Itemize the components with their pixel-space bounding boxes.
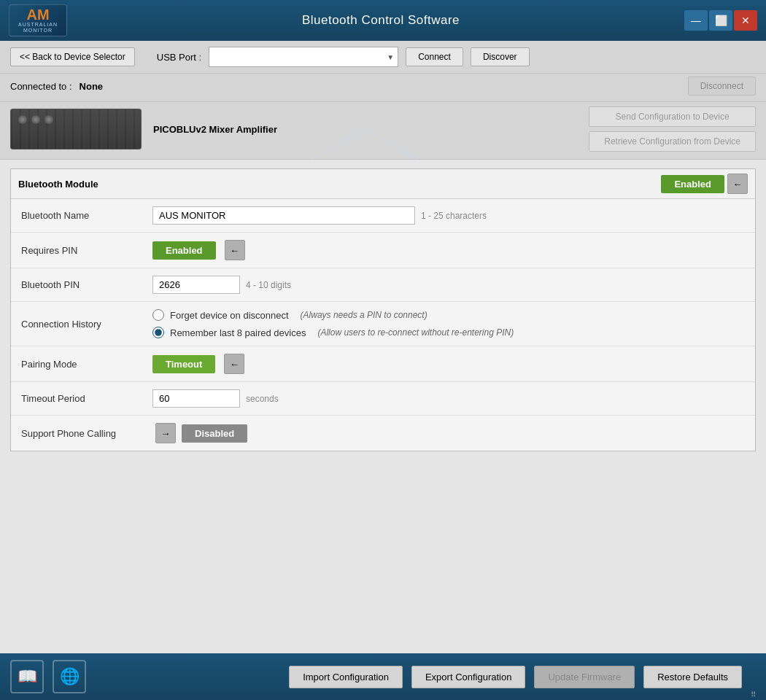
manual-icon[interactable]: 📖 bbox=[10, 660, 44, 693]
bluetooth-module-title: Bluetooth Module bbox=[18, 179, 661, 190]
bluetooth-name-row: Bluetooth Name 1 - 25 characters bbox=[11, 199, 755, 233]
connected-row: Connected to : None Disconnect bbox=[0, 74, 766, 102]
send-config-button[interactable]: Send Configuration to Device bbox=[589, 106, 756, 127]
usb-port-label: USB Port : bbox=[157, 52, 201, 63]
requires-pin-arrow-button[interactable]: ← bbox=[225, 240, 245, 260]
pairing-mode-controls: Timeout ← bbox=[152, 354, 745, 374]
support-phone-calling-controls: → Disabled bbox=[152, 423, 745, 443]
timeout-period-input[interactable] bbox=[152, 389, 240, 408]
connection-history-option1-label: Forget device on disconnect bbox=[170, 310, 289, 321]
bluetooth-pin-label: Bluetooth PIN bbox=[21, 279, 152, 290]
resize-grip: ⠿ bbox=[751, 691, 756, 700]
toolbar: << Back to Device Selector USB Port : Co… bbox=[0, 41, 766, 74]
export-config-button[interactable]: Export Configuration bbox=[411, 666, 526, 688]
timeout-period-controls: seconds bbox=[152, 389, 745, 408]
requires-pin-row: Requires PIN Enabled ← bbox=[11, 233, 755, 268]
maximize-button[interactable]: ⬜ bbox=[709, 10, 732, 31]
pairing-mode-row: Pairing Mode Timeout ← bbox=[11, 346, 755, 382]
connection-history-option1-hint: (Always needs a PIN to connect) bbox=[301, 310, 428, 320]
pairing-mode-timeout-button[interactable]: Timeout bbox=[152, 355, 215, 373]
support-phone-calling-row: Support Phone Calling → Disabled bbox=[11, 416, 755, 451]
send-retrieve-buttons: Send Configuration to Device Retrieve Co… bbox=[589, 106, 756, 152]
bluetooth-module-section: Bluetooth Module Enabled ← Bluetooth Nam… bbox=[10, 168, 756, 451]
bluetooth-module-header: Bluetooth Module Enabled ← bbox=[11, 169, 755, 199]
support-phone-calling-button[interactable]: Disabled bbox=[182, 424, 247, 443]
bluetooth-name-controls: 1 - 25 characters bbox=[152, 206, 745, 225]
main-area: << Back to Device Selector USB Port : Co… bbox=[0, 41, 766, 653]
discover-button[interactable]: Discover bbox=[471, 47, 530, 66]
title-bar: AM AUSTRALIANMONITOR Bluetooth Control S… bbox=[0, 0, 766, 41]
footer: 📖 🌐 Import Configuration Export Configur… bbox=[0, 653, 766, 700]
window-controls: — ⬜ ✕ bbox=[684, 10, 757, 31]
requires-pin-button[interactable]: Enabled bbox=[152, 241, 216, 260]
pairing-mode-label: Pairing Mode bbox=[21, 359, 152, 370]
connected-to-value: None bbox=[80, 81, 104, 92]
usb-port-selector-wrapper bbox=[209, 47, 398, 67]
device-section: PICOBLUv2 Mixer Amplifier Send Configura… bbox=[0, 102, 766, 160]
bluetooth-module-arrow-button[interactable]: ← bbox=[727, 174, 748, 194]
bluetooth-name-hint: 1 - 25 characters bbox=[421, 211, 487, 221]
timeout-period-label: Timeout Period bbox=[21, 393, 152, 404]
bluetooth-name-label: Bluetooth Name bbox=[21, 210, 152, 221]
retrieve-config-button[interactable]: Retrieve Configuration from Device bbox=[589, 131, 756, 152]
usb-port-select[interactable] bbox=[209, 47, 398, 67]
connection-history-option2-row: Remember last 8 paired devices (Allow us… bbox=[152, 327, 514, 338]
bluetooth-pin-controls: 4 - 10 digits bbox=[152, 276, 745, 294]
device-image bbox=[10, 109, 142, 149]
connection-history-controls: Forget device on disconnect (Always need… bbox=[152, 309, 745, 338]
connect-button[interactable]: Connect bbox=[406, 47, 463, 66]
device-name: PICOBLUv2 Mixer Amplifier bbox=[153, 124, 277, 135]
requires-pin-controls: Enabled ← bbox=[152, 240, 745, 260]
app-logo: AM AUSTRALIANMONITOR bbox=[9, 4, 67, 36]
update-firmware-button[interactable]: Update Firmware bbox=[534, 666, 635, 688]
globe-icon-symbol: 🌐 bbox=[60, 667, 80, 686]
app-title: Bluetooth Control Software bbox=[77, 13, 684, 28]
connection-history-radio-group: Forget device on disconnect (Always need… bbox=[152, 309, 514, 338]
disconnect-button[interactable]: Disconnect bbox=[688, 77, 756, 96]
pairing-mode-arrow-button[interactable]: ← bbox=[224, 354, 244, 374]
connection-history-row: Connection History Forget device on disc… bbox=[11, 302, 755, 346]
minimize-button[interactable]: — bbox=[684, 10, 708, 31]
website-icon[interactable]: 🌐 bbox=[53, 660, 86, 693]
back-to-device-selector-button[interactable]: << Back to Device Selector bbox=[10, 47, 135, 66]
requires-pin-label: Requires PIN bbox=[21, 245, 152, 256]
restore-defaults-button[interactable]: Restore Defaults bbox=[643, 666, 742, 688]
logo-text: AUSTRALIANMONITOR bbox=[18, 22, 58, 33]
support-phone-calling-label: Support Phone Calling bbox=[21, 428, 152, 439]
content-panel: Bluetooth Module Enabled ← Bluetooth Nam… bbox=[0, 160, 766, 653]
connected-to-label: Connected to : bbox=[10, 81, 72, 92]
bluetooth-pin-input[interactable] bbox=[152, 276, 240, 294]
bluetooth-pin-row: Bluetooth PIN 4 - 10 digits bbox=[11, 268, 755, 302]
bluetooth-pin-hint: 4 - 10 digits bbox=[246, 280, 291, 290]
connection-history-option2-hint: (Allow users to re-connect without re-en… bbox=[317, 327, 514, 338]
support-phone-calling-left-arrow[interactable]: → bbox=[155, 423, 176, 443]
close-button[interactable]: ✕ bbox=[734, 10, 757, 31]
timeout-period-row: Timeout Period seconds bbox=[11, 382, 755, 416]
connection-history-option2-radio[interactable] bbox=[152, 327, 164, 338]
connection-history-option1-row: Forget device on disconnect (Always need… bbox=[152, 309, 514, 321]
import-config-button[interactable]: Import Configuration bbox=[289, 666, 403, 688]
book-icon-symbol: 📖 bbox=[18, 667, 37, 686]
bluetooth-name-input[interactable] bbox=[152, 206, 415, 225]
bluetooth-module-enabled-button[interactable]: Enabled bbox=[661, 175, 724, 193]
connection-history-option1-radio[interactable] bbox=[152, 309, 164, 321]
logo-am: AM bbox=[26, 7, 49, 22]
timeout-period-hint: seconds bbox=[246, 394, 279, 404]
connection-history-option2-label: Remember last 8 paired devices bbox=[170, 327, 306, 338]
connection-history-label: Connection History bbox=[21, 319, 152, 330]
